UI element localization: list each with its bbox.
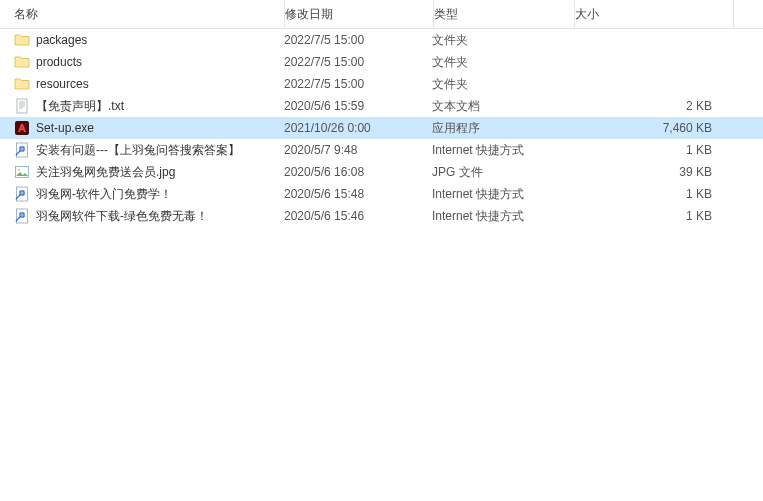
folder-icon	[14, 54, 30, 70]
column-header-name[interactable]: 名称	[0, 0, 285, 28]
url-icon	[14, 142, 30, 158]
folder-icon	[14, 32, 30, 48]
file-name-cell: packages	[0, 32, 284, 48]
file-size-cell: 7,460 KB	[572, 121, 730, 135]
table-row[interactable]: 【免责声明】.txt2020/5/6 15:59文本文档2 KB	[0, 95, 763, 117]
file-name-label: 羽兔网-软件入门免费学！	[36, 186, 172, 203]
file-type-cell: 文件夹	[432, 32, 572, 49]
file-name-cell: Set-up.exe	[0, 120, 284, 136]
file-size-cell: 1 KB	[572, 187, 730, 201]
file-name-label: products	[36, 55, 82, 69]
file-name-cell: 关注羽兔网免费送会员.jpg	[0, 164, 284, 181]
folder-icon	[14, 76, 30, 92]
url-icon	[14, 186, 30, 202]
column-header-name-label: 名称	[14, 6, 38, 23]
file-type-cell: Internet 快捷方式	[432, 142, 572, 159]
file-date-cell: 2020/5/6 15:59	[284, 99, 432, 113]
file-name-label: 【免责声明】.txt	[36, 98, 124, 115]
file-date-cell: 2020/5/6 15:48	[284, 187, 432, 201]
file-type-cell: JPG 文件	[432, 164, 572, 181]
file-name-label: 羽兔网软件下载-绿色免费无毒！	[36, 208, 208, 225]
column-header-type-label: 类型	[434, 6, 458, 23]
file-name-cell: 羽兔网-软件入门免费学！	[0, 186, 284, 203]
file-type-cell: Internet 快捷方式	[432, 186, 572, 203]
file-date-cell: 2020/5/7 9:48	[284, 143, 432, 157]
table-row[interactable]: products2022/7/5 15:00文件夹	[0, 51, 763, 73]
table-row[interactable]: 羽兔网软件下载-绿色免费无毒！2020/5/6 15:46Internet 快捷…	[0, 205, 763, 227]
file-type-cell: Internet 快捷方式	[432, 208, 572, 225]
file-date-cell: 2020/5/6 16:08	[284, 165, 432, 179]
exe-adobe-icon	[14, 120, 30, 136]
file-explorer-view: { "columns": { "name": "名称", "date": "修改…	[0, 0, 763, 501]
file-name-label: Set-up.exe	[36, 121, 94, 135]
file-name-cell: resources	[0, 76, 284, 92]
file-size-cell: 39 KB	[572, 165, 730, 179]
column-header-row: 名称 修改日期 类型 大小	[0, 0, 763, 29]
table-row[interactable]: resources2022/7/5 15:00文件夹	[0, 73, 763, 95]
svg-rect-5	[15, 121, 29, 135]
file-name-cell: 安装有问题---【上羽兔问答搜索答案】	[0, 142, 284, 159]
svg-point-10	[18, 169, 21, 172]
file-name-cell: products	[0, 54, 284, 70]
column-header-type[interactable]: 类型	[434, 0, 575, 28]
file-name-label: packages	[36, 33, 87, 47]
table-row[interactable]: 羽兔网-软件入门免费学！2020/5/6 15:48Internet 快捷方式1…	[0, 183, 763, 205]
file-name-cell: 羽兔网软件下载-绿色免费无毒！	[0, 208, 284, 225]
file-date-cell: 2020/5/6 15:46	[284, 209, 432, 223]
file-date-cell: 2022/7/5 15:00	[284, 77, 432, 91]
file-name-label: 关注羽兔网免费送会员.jpg	[36, 164, 175, 181]
file-date-cell: 2021/10/26 0:00	[284, 121, 432, 135]
column-header-date-label: 修改日期	[285, 6, 333, 23]
jpg-icon	[14, 164, 30, 180]
file-type-cell: 文本文档	[432, 98, 572, 115]
file-size-cell: 1 KB	[572, 143, 730, 157]
txt-icon	[14, 98, 30, 114]
column-header-size[interactable]: 大小	[575, 0, 734, 28]
table-row[interactable]: 关注羽兔网免费送会员.jpg2020/5/6 16:08JPG 文件39 KB	[0, 161, 763, 183]
table-row[interactable]: packages2022/7/5 15:00文件夹	[0, 29, 763, 51]
column-header-date[interactable]: 修改日期	[285, 0, 434, 28]
table-row[interactable]: 安装有问题---【上羽兔问答搜索答案】2020/5/7 9:48Internet…	[0, 139, 763, 161]
file-size-cell: 2 KB	[572, 99, 730, 113]
file-type-cell: 应用程序	[432, 120, 572, 137]
file-name-label: resources	[36, 77, 89, 91]
file-name-label: 安装有问题---【上羽兔问答搜索答案】	[36, 142, 240, 159]
column-header-size-label: 大小	[575, 6, 599, 23]
file-type-cell: 文件夹	[432, 54, 572, 71]
file-name-cell: 【免责声明】.txt	[0, 98, 284, 115]
file-list: packages2022/7/5 15:00文件夹products2022/7/…	[0, 29, 763, 227]
url-icon	[14, 208, 30, 224]
file-size-cell: 1 KB	[572, 209, 730, 223]
file-date-cell: 2022/7/5 15:00	[284, 33, 432, 47]
file-type-cell: 文件夹	[432, 76, 572, 93]
file-date-cell: 2022/7/5 15:00	[284, 55, 432, 69]
table-row[interactable]: Set-up.exe2021/10/26 0:00应用程序7,460 KB	[0, 117, 763, 139]
